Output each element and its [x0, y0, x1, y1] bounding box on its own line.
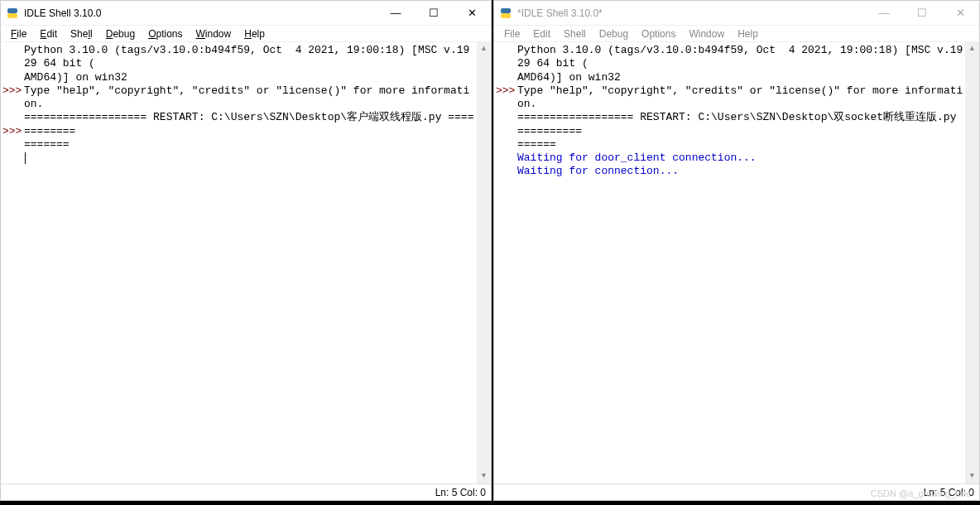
- menu-file[interactable]: File: [497, 26, 526, 41]
- menu-window[interactable]: Window: [682, 26, 731, 41]
- titlebar[interactable]: IDLE Shell 3.10.0 — ☐ ✕: [1, 1, 491, 26]
- statusbar: Ln: 5 Col: 0: [1, 483, 491, 500]
- python-icon: [6, 7, 19, 20]
- scroll-track[interactable]: [965, 56, 979, 469]
- svg-rect-0: [7, 8, 17, 13]
- shell-content[interactable]: Python 3.10.0 (tags/v3.10.0:b494f59, Oct…: [24, 42, 491, 483]
- scroll-up-icon[interactable]: ▲: [965, 42, 979, 56]
- scroll-track[interactable]: [477, 56, 491, 469]
- menu-file[interactable]: File: [4, 26, 33, 41]
- banner-line: Python 3.10.0 (tags/v3.10.0:b494f59, Oct…: [517, 44, 963, 70]
- banner-line: Python 3.10.0 (tags/v3.10.0:b494f59, Oct…: [24, 44, 469, 70]
- idle-window-right: *IDLE Shell 3.10.0* — ☐ ✕ File Edit Shel…: [493, 0, 980, 501]
- vertical-scrollbar[interactable]: ▲ ▼: [477, 42, 491, 483]
- restart-line: ======: [517, 138, 556, 151]
- vertical-scrollbar[interactable]: ▲ ▼: [965, 42, 979, 483]
- close-button[interactable]: ✕: [941, 1, 979, 25]
- shell-body[interactable]: >>> >>> Python 3.10.0 (tags/v3.10.0:b494…: [1, 42, 491, 483]
- output-line: Waiting for connection...: [517, 165, 679, 177]
- shell-body[interactable]: >>> Python 3.10.0 (tags/v3.10.0:b494f59,…: [494, 42, 979, 483]
- output-line: Waiting for door_client connection...: [517, 152, 757, 164]
- menu-options[interactable]: Options: [635, 26, 682, 41]
- scroll-up-icon[interactable]: ▲: [477, 42, 491, 56]
- menu-shell[interactable]: Shell: [64, 26, 99, 41]
- close-button[interactable]: ✕: [453, 1, 491, 25]
- python-icon: [499, 7, 512, 20]
- banner-line: Type "help", "copyright", "credits" or "…: [24, 84, 469, 110]
- menubar: File Edit Shell Debug Options Window Hel…: [494, 26, 979, 42]
- cursor-position: Ln: 5 Col: 0: [924, 487, 974, 498]
- minimize-button[interactable]: —: [865, 1, 903, 25]
- minimize-button[interactable]: —: [377, 1, 415, 25]
- window-controls: — ☐ ✕: [865, 1, 979, 25]
- menu-debug[interactable]: Debug: [99, 26, 142, 41]
- window-title: IDLE Shell 3.10.0: [24, 7, 101, 19]
- shell-content[interactable]: Python 3.10.0 (tags/v3.10.0:b494f59, Oct…: [517, 42, 979, 483]
- scroll-down-icon[interactable]: ▼: [965, 469, 979, 483]
- menu-edit[interactable]: Edit: [33, 26, 64, 41]
- restart-line: ================== RESTART: C:\Users\SZN…: [517, 111, 963, 137]
- menu-help[interactable]: Help: [731, 26, 765, 41]
- statusbar: Ln: 5 Col: 0: [494, 483, 979, 500]
- restart-line: =================== RESTART: C:\Users\SZ…: [24, 111, 473, 137]
- maximize-button[interactable]: ☐: [415, 1, 453, 25]
- prompt-gutter: >>> >>>: [1, 42, 24, 483]
- window-controls: — ☐ ✕: [377, 1, 491, 25]
- banner-line: AMD64)] on win32: [24, 71, 127, 84]
- menu-options[interactable]: Options: [142, 26, 189, 41]
- prompt: >>>: [2, 84, 24, 98]
- menu-shell[interactable]: Shell: [557, 26, 593, 41]
- menubar: File Edit Shell Debug Options Window Hel…: [1, 26, 491, 42]
- svg-rect-3: [501, 13, 511, 18]
- prompt: >>>: [2, 125, 24, 138]
- menu-help[interactable]: Help: [238, 26, 271, 41]
- prompt: >>>: [496, 84, 517, 98]
- titlebar[interactable]: *IDLE Shell 3.10.0* — ☐ ✕: [494, 1, 979, 26]
- scroll-down-icon[interactable]: ▼: [477, 469, 491, 483]
- banner-line: Type "help", "copyright", "credits" or "…: [517, 84, 963, 110]
- cursor-position: Ln: 5 Col: 0: [435, 487, 486, 498]
- window-title: *IDLE Shell 3.10.0*: [517, 7, 603, 19]
- banner-line: AMD64)] on win32: [517, 71, 621, 84]
- menu-edit[interactable]: Edit: [526, 26, 557, 41]
- menu-window[interactable]: Window: [190, 26, 238, 41]
- restart-line: =======: [24, 138, 70, 151]
- svg-rect-1: [7, 13, 17, 18]
- svg-rect-2: [501, 8, 511, 13]
- idle-window-left: IDLE Shell 3.10.0 — ☐ ✕ File Edit Shell …: [0, 0, 492, 501]
- text-cursor: [25, 152, 26, 164]
- maximize-button[interactable]: ☐: [903, 1, 941, 25]
- prompt-gutter: >>>: [494, 42, 517, 483]
- menu-debug[interactable]: Debug: [593, 26, 635, 41]
